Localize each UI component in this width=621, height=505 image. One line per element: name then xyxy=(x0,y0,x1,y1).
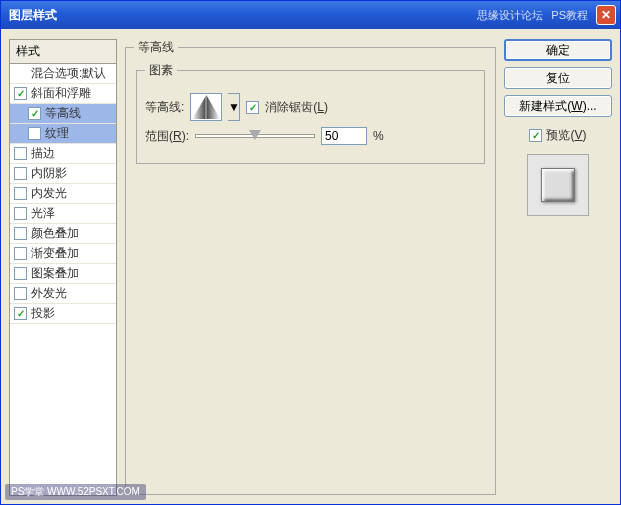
style-contour[interactable]: 等高线 xyxy=(10,104,116,124)
style-stroke[interactable]: 描边 xyxy=(10,144,116,164)
close-button[interactable]: ✕ xyxy=(596,5,616,25)
style-satin[interactable]: 光泽 xyxy=(10,204,116,224)
style-color-overlay[interactable]: 颜色叠加 xyxy=(10,224,116,244)
checkbox-icon[interactable] xyxy=(14,307,27,320)
client-area: 样式 混合选项:默认 斜面和浮雕 等高线 纹理 描边 内阴影 内发光 光泽 颜色… xyxy=(1,29,620,504)
checkbox-icon[interactable] xyxy=(14,147,27,160)
slider-thumb-icon[interactable] xyxy=(249,130,261,140)
outer-legend: 等高线 xyxy=(134,39,178,56)
style-texture[interactable]: 纹理 xyxy=(10,124,116,144)
buttons-column: 确定 复位 新建样式(W)... 预览(V) xyxy=(504,39,612,496)
style-inner-glow[interactable]: 内发光 xyxy=(10,184,116,204)
titlebar-text-1: 思缘设计论坛 xyxy=(477,8,543,23)
contour-dropdown[interactable]: ▼ xyxy=(228,93,240,121)
styles-list: 混合选项:默认 斜面和浮雕 等高线 纹理 描边 内阴影 内发光 光泽 颜色叠加 … xyxy=(9,63,117,496)
titlebar: 图层样式 思缘设计论坛 PS教程 ✕ xyxy=(1,1,620,29)
anti-alias-label: 消除锯齿(L) xyxy=(265,99,328,116)
range-input[interactable]: 50 xyxy=(321,127,367,145)
chevron-down-icon: ▼ xyxy=(228,100,240,114)
styles-column: 样式 混合选项:默认 斜面和浮雕 等高线 纹理 描边 内阴影 内发光 光泽 颜色… xyxy=(9,39,117,496)
checkbox-icon[interactable] xyxy=(14,207,27,220)
checkbox-icon[interactable] xyxy=(14,87,27,100)
contour-label: 等高线: xyxy=(145,99,184,116)
range-label: 范围(R): xyxy=(145,128,189,145)
preview-label: 预览(V) xyxy=(546,127,586,144)
preview-checkbox[interactable] xyxy=(529,129,542,142)
styles-header[interactable]: 样式 xyxy=(9,39,117,63)
anti-alias-checkbox[interactable] xyxy=(246,101,259,114)
elements-fieldset: 图素 等高线: ▼ 消除锯齿(L) 范围(R): 50 % xyxy=(136,62,485,164)
contour-fieldset: 等高线 图素 等高线: ▼ 消除锯齿(L) 范围(R): 50 % xyxy=(125,39,496,495)
titlebar-text-2: PS教程 xyxy=(551,8,588,23)
settings-column: 等高线 图素 等高线: ▼ 消除锯齿(L) 范围(R): 50 % xyxy=(123,39,498,496)
checkbox-icon[interactable] xyxy=(28,107,41,120)
style-outer-glow[interactable]: 外发光 xyxy=(10,284,116,304)
contour-picker[interactable] xyxy=(190,93,222,121)
range-slider[interactable] xyxy=(195,134,315,138)
range-unit: % xyxy=(373,129,384,143)
inner-legend: 图素 xyxy=(145,62,177,79)
new-style-button[interactable]: 新建样式(W)... xyxy=(504,95,612,117)
checkbox-icon[interactable] xyxy=(14,227,27,240)
style-inner-shadow[interactable]: 内阴影 xyxy=(10,164,116,184)
checkbox-icon[interactable] xyxy=(14,267,27,280)
window-title: 图层样式 xyxy=(9,7,57,24)
style-bevel[interactable]: 斜面和浮雕 xyxy=(10,84,116,104)
style-gradient-overlay[interactable]: 渐变叠加 xyxy=(10,244,116,264)
style-blend-default[interactable]: 混合选项:默认 xyxy=(10,64,116,84)
layer-style-dialog: 图层样式 思缘设计论坛 PS教程 ✕ 样式 混合选项:默认 斜面和浮雕 等高线 … xyxy=(0,0,621,505)
titlebar-right: 思缘设计论坛 PS教程 ✕ xyxy=(477,5,616,25)
preview-toggle[interactable]: 预览(V) xyxy=(504,127,612,144)
style-pattern-overlay[interactable]: 图案叠加 xyxy=(10,264,116,284)
range-row: 范围(R): 50 % xyxy=(145,127,476,145)
checkbox-icon[interactable] xyxy=(14,187,27,200)
ok-button[interactable]: 确定 xyxy=(504,39,612,61)
contour-curve-icon xyxy=(192,95,220,119)
checkbox-icon[interactable] xyxy=(14,167,27,180)
watermark: PS学堂 WWW.52PSXT.COM xyxy=(5,484,146,500)
contour-row: 等高线: ▼ 消除锯齿(L) xyxy=(145,93,476,121)
reset-button[interactable]: 复位 xyxy=(504,67,612,89)
preview-bevel-icon xyxy=(541,168,575,202)
preview-swatch xyxy=(527,154,589,216)
checkbox-icon[interactable] xyxy=(14,287,27,300)
style-drop-shadow[interactable]: 投影 xyxy=(10,304,116,324)
checkbox-icon[interactable] xyxy=(28,127,41,140)
spacer-icon xyxy=(14,67,27,80)
checkbox-icon[interactable] xyxy=(14,247,27,260)
